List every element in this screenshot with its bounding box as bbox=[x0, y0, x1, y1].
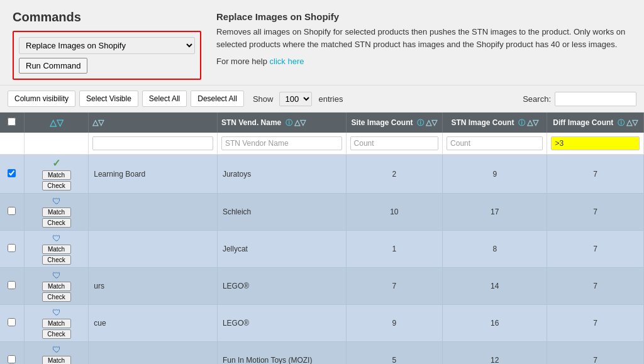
shield-icon: 🛡 bbox=[28, 196, 84, 206]
match-button[interactable]: Match bbox=[42, 170, 71, 180]
row-actions-cell: 🛡MatchCheck bbox=[24, 231, 88, 268]
row-checkbox[interactable] bbox=[8, 355, 16, 363]
row-actions-cell: 🛡MatchCheck bbox=[24, 194, 88, 231]
row-checkbox[interactable] bbox=[8, 207, 16, 215]
shield-icon: 🛡 bbox=[28, 270, 84, 280]
row-vend-name: Juratoys bbox=[217, 155, 346, 194]
info-icon-diff: ⓘ bbox=[618, 119, 625, 126]
row-site-count: 2 bbox=[346, 155, 443, 194]
row-name bbox=[89, 194, 218, 231]
row-actions-cell: 🛡MatchCheck bbox=[24, 342, 88, 365]
check-button[interactable]: Check bbox=[42, 329, 71, 339]
table-row: ✓MatchCheckLearning BoardJuratoys297 bbox=[0, 155, 644, 194]
row-vend-name: LEGO® bbox=[217, 305, 346, 342]
row-site-count: 1 bbox=[346, 231, 443, 268]
shield-icon: 🛡 bbox=[28, 345, 84, 355]
show-label: Show bbox=[253, 94, 274, 104]
row-diff-count: 7 bbox=[547, 305, 644, 342]
match-button[interactable]: Match bbox=[42, 245, 71, 254]
shield-icon: 🛡 bbox=[28, 233, 84, 243]
help-prefix: For more help bbox=[216, 57, 270, 66]
checkmark-icon: ✓ bbox=[28, 157, 84, 169]
description-help: For more help click here bbox=[216, 57, 631, 66]
match-check-buttons: MatchCheck bbox=[28, 356, 84, 364]
row-diff-count: 7 bbox=[547, 342, 644, 365]
sort-icon-diff: △▽ bbox=[626, 118, 638, 127]
row-checkbox[interactable] bbox=[8, 281, 16, 289]
search-label: Search: bbox=[523, 94, 551, 104]
command-dropdown[interactable]: Replace Images on Shopify bbox=[19, 37, 195, 54]
row-checkbox-cell bbox=[0, 194, 24, 231]
filter-row bbox=[0, 133, 644, 155]
row-diff-count: 7 bbox=[547, 155, 644, 194]
row-diff-count: 7 bbox=[547, 268, 644, 305]
row-vend-name: Fun In Motion Toys (MOZI) bbox=[217, 342, 346, 365]
table-controls: Column visibility Select Visible Select … bbox=[0, 85, 644, 113]
match-button[interactable]: Match bbox=[42, 319, 71, 328]
col-header-diff-count: Diff Image Count ⓘ △▽ bbox=[547, 113, 644, 133]
description-text: Removes all images on Shopify for select… bbox=[216, 26, 631, 50]
filter-diff-input[interactable] bbox=[551, 136, 640, 150]
select-visible-button[interactable]: Select Visible bbox=[79, 91, 138, 107]
filter-actions bbox=[24, 133, 88, 155]
match-button[interactable]: Match bbox=[42, 356, 71, 364]
row-name bbox=[89, 342, 218, 365]
col-header-site-count: Site Image Count ⓘ △▽ bbox=[346, 113, 443, 133]
run-command-button[interactable]: Run Command bbox=[19, 58, 87, 74]
filter-vend-input[interactable] bbox=[221, 136, 342, 150]
header-checkbox[interactable] bbox=[8, 118, 16, 126]
column-visibility-button[interactable]: Column visibility bbox=[8, 91, 75, 107]
diff-count-label: Diff Image Count bbox=[553, 118, 613, 127]
match-check-buttons: MatchCheck bbox=[28, 207, 84, 228]
select-all-button[interactable]: Select All bbox=[142, 91, 187, 107]
row-name bbox=[89, 231, 218, 268]
row-name: Learning Board bbox=[89, 155, 218, 194]
row-stn-count: 9 bbox=[443, 155, 547, 194]
table-row: 🛡MatchCheckFun In Motion Toys (MOZI)5127 bbox=[0, 342, 644, 365]
show-entries-select[interactable]: 100 10 25 50 bbox=[279, 92, 312, 106]
deselect-all-button[interactable]: Deselect All bbox=[191, 91, 244, 107]
filter-stn-input[interactable] bbox=[447, 136, 543, 150]
check-button[interactable]: Check bbox=[42, 181, 71, 190]
commands-box: Replace Images on Shopify Run Command bbox=[13, 31, 201, 80]
row-checkbox-cell bbox=[0, 268, 24, 305]
row-checkbox-cell bbox=[0, 155, 24, 194]
match-check-buttons: MatchCheck bbox=[28, 245, 84, 265]
table-row: 🛡MatchCheckSchleich10177 bbox=[0, 194, 644, 231]
row-checkbox-cell bbox=[0, 342, 24, 365]
sort-icon: △▽ bbox=[92, 118, 104, 127]
search-input[interactable] bbox=[555, 92, 636, 106]
shield-icon: 🛡 bbox=[28, 307, 84, 317]
row-vend-name: Schleich bbox=[217, 194, 346, 231]
help-link[interactable]: click here bbox=[270, 57, 304, 66]
row-name: urs bbox=[89, 268, 218, 305]
row-checkbox[interactable] bbox=[8, 318, 16, 326]
table-row: 🛡MatchCheckcueLEGO®9167 bbox=[0, 305, 644, 342]
col-header-stn-count: STN Image Count ⓘ △▽ bbox=[443, 113, 547, 133]
row-checkbox[interactable] bbox=[8, 244, 16, 252]
row-site-count: 5 bbox=[346, 342, 443, 365]
sort-icon-site: △▽ bbox=[426, 118, 437, 127]
description-box: Replace Images on Shopify Removes all im… bbox=[216, 10, 631, 80]
row-checkbox[interactable] bbox=[8, 169, 16, 177]
check-button[interactable]: Check bbox=[42, 255, 71, 265]
filter-site-input[interactable] bbox=[350, 136, 439, 150]
row-stn-count: 8 bbox=[443, 231, 547, 268]
sort-icon-stn: △▽ bbox=[527, 118, 538, 127]
check-button[interactable]: Check bbox=[42, 292, 71, 302]
filter-name bbox=[89, 133, 218, 155]
row-checkbox-cell bbox=[0, 231, 24, 268]
check-button[interactable]: Check bbox=[42, 218, 71, 228]
match-button[interactable]: Match bbox=[42, 207, 71, 217]
col-header-name: △▽ bbox=[89, 113, 218, 133]
stn-count-label: STN Image Count bbox=[451, 118, 514, 127]
filter-name-input[interactable] bbox=[92, 136, 213, 150]
commands-section: Commands Replace Images on Shopify Run C… bbox=[0, 0, 644, 85]
sort-icon-vend: △▽ bbox=[294, 118, 306, 127]
row-vend-name: Jellycat bbox=[217, 231, 346, 268]
filter-diff-count bbox=[547, 133, 644, 155]
match-button[interactable]: Match bbox=[42, 282, 71, 291]
row-name: cue bbox=[89, 305, 218, 342]
table-row: 🛡MatchCheckursLEGO®7147 bbox=[0, 268, 644, 305]
filter-vend-name bbox=[217, 133, 346, 155]
